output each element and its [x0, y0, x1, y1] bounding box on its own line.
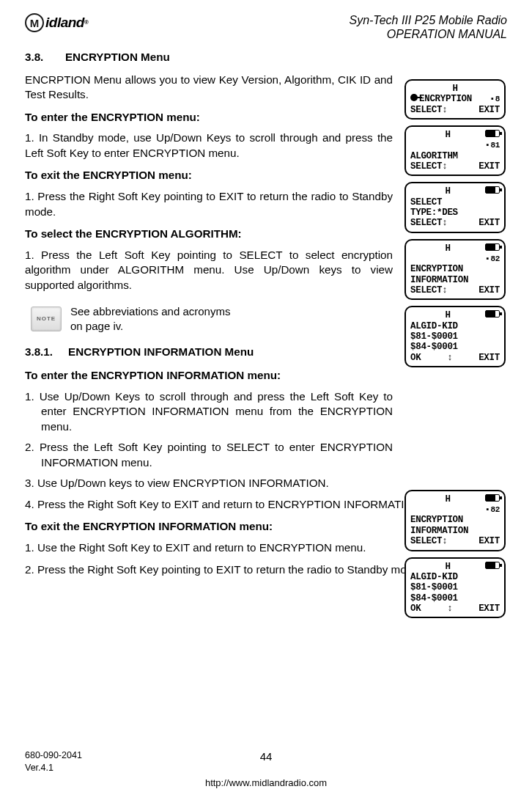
- footer-docno: 680-090-2041: [25, 749, 82, 762]
- lcd-softkey-row: SELECTEXIT: [410, 536, 500, 546]
- lcd-tag-row: ▪82: [410, 504, 500, 515]
- lcd-line: ALGID-KID: [410, 572, 500, 582]
- lcd-line: TYPE:*DES: [410, 208, 500, 218]
- lcd-line: SELECT: [410, 197, 500, 208]
- lcd-status-row: H: [410, 494, 500, 504]
- note-line1: See abbreviations and acronyms: [70, 305, 230, 318]
- lcd-mode-indicator: H: [445, 130, 450, 140]
- lcd-softkey-row: OKEXIT: [410, 603, 500, 614]
- brand-mark-circle: M: [25, 13, 44, 32]
- lcd-line: INFORMATION: [410, 526, 500, 536]
- lcd-softkey-row: OKEXIT: [410, 353, 500, 363]
- lcd-softkey-row: SELECTEXIT: [410, 285, 500, 296]
- lcd-status-row: H: [410, 130, 500, 140]
- lcd-softkey-left: SELECT: [410, 536, 447, 546]
- lcd-screen-algid-kid: H ALGID-KID$81-$0001$84-$0001 OKEXIT: [404, 306, 506, 367]
- lcd-status-right: [485, 186, 500, 197]
- updown-icon: [442, 218, 447, 228]
- lcd-mode-indicator: H: [445, 186, 450, 197]
- lcd-status-right: [485, 243, 500, 254]
- lcd-status-row: H: [410, 562, 500, 572]
- lcd-tag-value: ▪82: [485, 505, 500, 515]
- sec-3-8-1-step2: 2. Press the Left Soft Key pointing to S…: [25, 440, 393, 470]
- lcd-softkey-row: SELECTEXIT: [410, 105, 500, 115]
- lcd-line: $84-$0001: [410, 593, 500, 603]
- lcd-status-right: [485, 310, 500, 320]
- lcd-softkey-left: OK: [410, 353, 421, 363]
- lcd-softkey-right: EXIT: [479, 218, 500, 228]
- updown-icon: [447, 603, 452, 614]
- lcd-status-right: [485, 130, 500, 140]
- lcd-softkey-right: EXIT: [479, 161, 500, 172]
- lcd-stack-2: H▪82ENCRYPTIONINFORMATIONSELECTEXITH ALG…: [404, 490, 506, 618]
- note-icon-label: NOTE: [37, 315, 56, 323]
- lcd-status-row: H: [410, 243, 500, 254]
- updown-icon: [442, 105, 447, 115]
- footer-url: http://www.midlandradio.com: [25, 777, 507, 790]
- lcd-softkey-row: SELECTEXIT: [410, 218, 500, 228]
- lcd-screen-enc-info-2: H▪82ENCRYPTIONINFORMATIONSELECTEXIT: [404, 490, 506, 551]
- updown-icon: [442, 161, 447, 172]
- lcd-mode-indicator: H: [445, 494, 450, 504]
- lcd-mode-indicator: H: [445, 562, 450, 572]
- sec-3-8-enter-step: 1. In Standby mode, use Up/Down Keys to …: [25, 131, 393, 161]
- lcd-status-row: H: [410, 310, 500, 320]
- updown-icon: [447, 353, 452, 363]
- lcd-tag-value: ▪81: [485, 141, 500, 150]
- sec-3-8-intro: ENCRPTION Menu allows you to view Key Ve…: [25, 73, 393, 103]
- lcd-line: $81-$0001: [410, 331, 500, 342]
- lcd-mode-indicator: H: [445, 243, 450, 254]
- note-text: See abbreviations and acronyms on page i…: [70, 304, 230, 334]
- lcd-screen-algid-kid-2: H ALGID-KID$81-$0001$84-$0001 OKEXIT: [404, 557, 506, 619]
- lcd-softkey-left: OK: [410, 603, 421, 614]
- lcd-mode-indicator: H: [445, 310, 450, 320]
- sec-3-8-alg-head: To select the ENCRYPTION ALGORITHM:: [25, 227, 393, 242]
- lcd-mode-indicator: H: [452, 84, 457, 94]
- sec-3-8-title: ENCRYPTION Menu: [65, 51, 170, 63]
- sec-3-8-1-enter-head: To enter the ENCRYPTION INFORMATION menu…: [25, 368, 393, 384]
- sec-3-8-1-step1: 1. Use Up/Down Keys to scroll through an…: [25, 389, 393, 435]
- doc-header-right: Syn-Tech III P25 Mobile Radio OPERATION …: [349, 13, 507, 41]
- note-icon: NOTE: [31, 307, 62, 331]
- sec-3-8-1-title: ENCRYPTION INFORMATION Menu: [68, 345, 254, 358]
- brand-wordmark: idland: [45, 13, 84, 32]
- doc-title-line2: OPERATION MANUAL: [349, 27, 507, 41]
- lcd-screen-algorithm: H▪81ALGORITHMSELECTEXIT: [404, 125, 506, 176]
- lcd-softkey-right: EXIT: [479, 353, 500, 363]
- lcd-status-row: H: [410, 186, 500, 197]
- battery-icon: [485, 130, 500, 137]
- lcd-softkey-right: EXIT: [479, 285, 500, 296]
- lcd-tag-row: ENCRYPTION▪8: [410, 94, 500, 104]
- lcd-line: $84-$0001: [410, 342, 500, 352]
- updown-icon: [442, 536, 447, 546]
- battery-icon: [485, 243, 500, 251]
- sec-3-8-1-number: 3.8.1.: [25, 345, 53, 358]
- lcd-softkey-right: EXIT: [479, 536, 500, 546]
- lcd-line: $81-$0001: [410, 582, 500, 592]
- lcd-status-right: [485, 494, 500, 504]
- lcd-softkey-left: SELECT: [410, 218, 447, 228]
- lcd-line: ENCRYPTION: [410, 515, 500, 525]
- sec-3-8-number: 3.8.: [25, 51, 43, 63]
- page-footer: 680-090-2041 Ver.4.1 44 http://www.midla…: [25, 749, 507, 790]
- lcd-tag-value: ▪8: [489, 95, 500, 104]
- lcd-softkey-right: EXIT: [479, 105, 500, 115]
- battery-icon: [485, 562, 500, 569]
- lcd-line: ENCRYPTION: [410, 264, 500, 274]
- battery-icon: [485, 310, 500, 318]
- brand-logo: M idland ®: [25, 13, 89, 32]
- lcd-softkey-row: SELECTEXIT: [410, 161, 500, 172]
- brand-letter: M: [30, 18, 40, 29]
- lcd-screen-encryption-main: HENCRYPTION▪8SELECTEXIT: [404, 79, 506, 120]
- battery-icon: [485, 494, 500, 502]
- lcd-softkey-left: SELECT: [410, 105, 447, 115]
- doc-title-line1: Syn-Tech III P25 Mobile Radio: [349, 13, 507, 27]
- lcd-tag-value: ▪82: [485, 254, 500, 264]
- lcd-softkey-left: SELECT: [410, 161, 447, 172]
- sec-3-8-1-step3: 3. Use Up/Down keys to view ENCRYPTION I…: [25, 476, 393, 491]
- sec-3-8-enter-head: To enter the ENCRYPTION menu:: [25, 110, 393, 125]
- lcd-status-right: [485, 562, 500, 572]
- lcd-tag-row: ▪81: [410, 141, 500, 151]
- footer-ver: Ver.4.1: [25, 762, 82, 774]
- updown-icon: [442, 285, 447, 296]
